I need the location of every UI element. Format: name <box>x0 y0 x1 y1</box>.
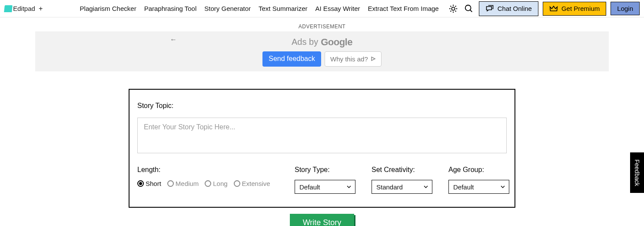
svg-point-9 <box>465 5 471 10</box>
length-option-extensive[interactable]: Extensive <box>234 180 270 187</box>
nav-right: Chat Online Get Premium Login <box>448 1 640 16</box>
age-group-label: Age Group: <box>448 166 511 174</box>
age-group-column: Age Group: Default <box>448 166 511 194</box>
radio-label-short: Short <box>146 180 161 187</box>
chat-online-button[interactable]: Chat Online <box>479 1 538 16</box>
radio-icon <box>234 180 240 187</box>
theme-icon[interactable] <box>448 3 459 14</box>
send-feedback-button[interactable]: Send feedback <box>262 51 321 67</box>
creativity-select[interactable]: Standard <box>372 180 432 194</box>
nav-text-summarizer[interactable]: Text Summarizer <box>259 5 308 12</box>
submit-wrap: Write Story <box>0 214 644 226</box>
nav-extract-text[interactable]: Extract Text From Image <box>368 5 439 12</box>
story-form: Story Topic: Length: Short Medium Long <box>129 89 515 208</box>
why-ad-label: Why this ad? <box>330 55 368 63</box>
creativity-column: Set Creativity: Standard <box>372 166 435 194</box>
radio-label-medium: Medium <box>176 180 199 187</box>
radio-icon <box>167 180 174 187</box>
ad-label: ADVERTISEMENT <box>0 24 644 30</box>
logo-icon <box>4 5 13 12</box>
get-premium-button[interactable]: Get Premium <box>543 2 606 16</box>
svg-line-5 <box>450 6 451 7</box>
chevron-down-icon <box>346 184 352 189</box>
logo-text: Editpad <box>13 5 35 12</box>
premium-label: Get Premium <box>561 5 600 12</box>
main-nav: Plagiarism Checker Paraphrasing Tool Sto… <box>80 5 439 12</box>
creativity-value: Standard <box>376 183 403 191</box>
ad-box: ← Ads by Google Send feedback Why this a… <box>35 31 609 71</box>
age-group-select[interactable]: Default <box>448 180 509 194</box>
story-type-label: Story Type: <box>295 166 358 174</box>
nav-ai-essay[interactable]: AI Essay Writer <box>315 5 360 12</box>
logo-group[interactable]: Editpad + <box>4 5 43 13</box>
plus-icon[interactable]: + <box>39 5 43 13</box>
why-this-ad-button[interactable]: Why this ad? <box>325 51 382 67</box>
chevron-down-icon <box>423 184 428 189</box>
options-row: Length: Short Medium Long Extensive <box>137 166 507 194</box>
nav-plagiarism[interactable]: Plagiarism Checker <box>80 5 136 12</box>
story-type-value: Default <box>299 183 320 191</box>
length-label: Length: <box>137 166 281 174</box>
search-icon[interactable] <box>463 3 475 14</box>
length-radios: Short Medium Long Extensive <box>137 180 281 187</box>
chat-label: Chat Online <box>498 5 532 12</box>
length-option-short[interactable]: Short <box>137 180 161 187</box>
write-story-button[interactable]: Write Story <box>290 214 355 226</box>
google-logo: Google <box>321 37 352 48</box>
length-option-medium[interactable]: Medium <box>167 180 199 187</box>
svg-line-6 <box>455 10 456 11</box>
topic-label: Story Topic: <box>137 102 507 110</box>
story-type-column: Story Type: Default <box>295 166 358 194</box>
radio-label-extensive: Extensive <box>242 180 270 187</box>
ad-actions: Send feedback Why this ad? <box>262 51 381 67</box>
ads-by-line: Ads by Google <box>292 37 352 48</box>
length-option-long[interactable]: Long <box>205 180 227 187</box>
story-type-select[interactable]: Default <box>295 180 355 194</box>
story-topic-input[interactable] <box>137 118 507 153</box>
login-button[interactable]: Login <box>611 2 640 15</box>
nav-story-generator[interactable]: Story Generator <box>204 5 251 12</box>
chat-icon <box>485 4 494 13</box>
radio-icon <box>205 180 211 187</box>
nav-paraphrasing[interactable]: Paraphrasing Tool <box>144 5 197 12</box>
radio-icon <box>137 180 144 187</box>
svg-point-0 <box>451 7 455 10</box>
svg-line-7 <box>450 10 451 11</box>
ads-by-text: Ads by <box>292 37 318 47</box>
creativity-label: Set Creativity: <box>372 166 435 174</box>
age-group-value: Default <box>453 183 474 191</box>
header: Editpad + Plagiarism Checker Paraphrasin… <box>0 0 644 17</box>
svg-line-8 <box>455 6 456 7</box>
ad-back-icon[interactable]: ← <box>170 36 177 44</box>
svg-line-10 <box>470 10 472 12</box>
chevron-down-icon <box>500 184 505 189</box>
radio-label-long: Long <box>213 180 227 187</box>
adchoices-icon <box>371 56 376 61</box>
crown-icon <box>549 5 558 13</box>
length-column: Length: Short Medium Long Extensive <box>137 166 281 194</box>
feedback-tab[interactable]: Feedback <box>630 152 644 193</box>
